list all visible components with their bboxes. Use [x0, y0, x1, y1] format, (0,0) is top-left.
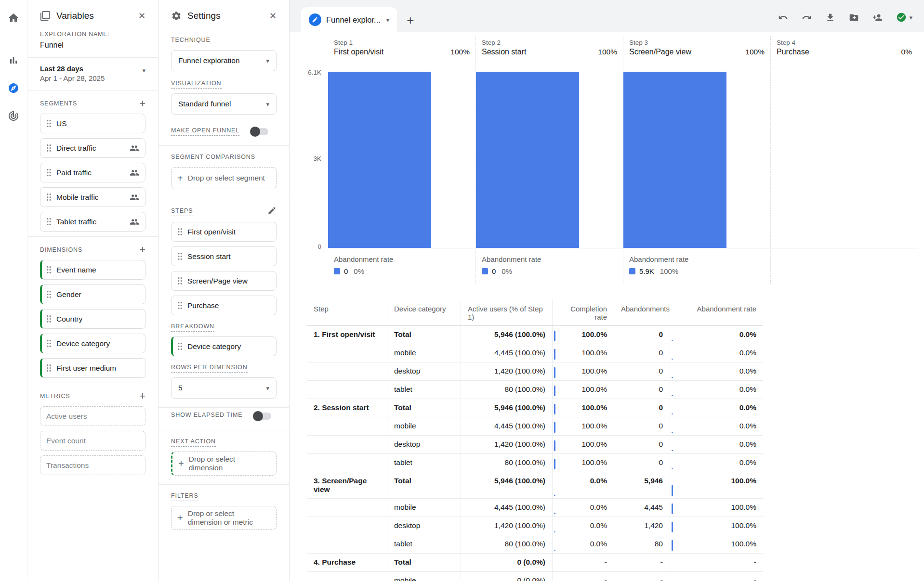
segment-chip[interactable]: US	[40, 114, 145, 133]
step-completion-pct: 0%	[901, 48, 912, 56]
step-chip[interactable]: Session start	[171, 246, 277, 266]
step-number: Step 1	[334, 39, 470, 46]
device-cell: tablet	[387, 535, 461, 553]
abandonment-rate-label: Abandonment rate	[629, 255, 765, 263]
undo-icon[interactable]	[778, 13, 788, 23]
table-row: mobile 4,445 (100.0%) 100.0% 0 0.0%	[307, 417, 763, 436]
drag-handle-icon[interactable]	[46, 290, 52, 298]
close-icon[interactable]: ✕	[269, 12, 277, 20]
divider	[27, 236, 158, 237]
new-tab-button[interactable]: +	[407, 14, 414, 26]
edit-steps-icon[interactable]	[267, 206, 277, 217]
drag-handle-icon[interactable]	[46, 218, 52, 226]
exploration-name-value[interactable]: Funnel	[40, 41, 145, 50]
dimension-chip[interactable]: Device category	[40, 334, 145, 353]
abandonments-cell: 0	[614, 417, 670, 435]
drag-handle-icon[interactable]	[46, 168, 52, 177]
home-icon[interactable]	[6, 11, 21, 25]
breakdown-chip-label: Device category	[187, 342, 270, 351]
device-cell: mobile	[387, 499, 461, 516]
drag-handle-icon[interactable]	[46, 119, 52, 128]
drag-handle-icon[interactable]	[46, 266, 52, 274]
y-tick-max: 6.1K	[308, 69, 321, 76]
drag-handle-icon[interactable]	[177, 342, 183, 350]
tab-pencil-icon	[309, 13, 321, 26]
drag-handle-icon[interactable]	[177, 277, 183, 285]
dimension-label: Country	[56, 315, 139, 323]
metric-chip[interactable]: Transactions	[40, 455, 145, 475]
breakdown-chip[interactable]: Device category	[171, 336, 277, 356]
technique-select[interactable]: Funnel exploration ▾	[171, 50, 277, 71]
open-funnel-toggle[interactable]	[250, 128, 268, 135]
active-users-cell: 5,946 (100.0%)	[461, 399, 552, 417]
device-cell: Total	[387, 472, 461, 498]
abandonments-cell: 4,445	[614, 499, 670, 516]
step-chip-label: First open/visit	[187, 228, 270, 236]
drag-handle-icon[interactable]	[46, 144, 52, 152]
funnel-bar[interactable]	[328, 72, 431, 248]
funnel-bar[interactable]	[623, 72, 726, 248]
metric-label: Active users	[46, 412, 139, 421]
drag-handle-icon[interactable]	[46, 339, 52, 348]
metric-chip[interactable]: Active users	[40, 406, 145, 426]
rows-per-dimension-select[interactable]: 5 ▾	[171, 377, 277, 399]
redo-icon[interactable]	[802, 13, 812, 23]
variables-icon	[40, 11, 51, 21]
abandonment-count: 5.9K	[639, 267, 654, 275]
funnel-bar[interactable]	[476, 72, 579, 248]
elapsed-time-toggle[interactable]	[253, 413, 271, 420]
saved-status-button[interactable]: ▾	[896, 12, 912, 23]
step-chip[interactable]: Screen/Page view	[171, 271, 277, 291]
device-cell: mobile	[387, 344, 461, 362]
next-action-dropzone[interactable]: + Drop or select dimension	[171, 452, 277, 476]
segment-chip[interactable]: Tablet traffic	[40, 212, 145, 232]
completion-rate-cell: 100.0%	[552, 436, 614, 453]
add-dimension-icon[interactable]: +	[139, 245, 145, 255]
completion-rate-cell: -	[552, 572, 614, 581]
dimension-chip[interactable]: Gender	[40, 284, 145, 304]
segment-dropzone[interactable]: + Drop or select segment	[171, 167, 277, 189]
step-chip[interactable]: First open/visit	[171, 222, 277, 242]
dimension-chip[interactable]: Country	[40, 309, 145, 329]
add-metric-icon[interactable]: +	[139, 391, 145, 401]
active-users-cell: 5,946 (100.0%)	[461, 326, 552, 344]
funnel-table: Step Device category Active users (% of …	[307, 300, 763, 581]
dimension-chip[interactable]: First user medium	[40, 358, 145, 378]
metric-chip[interactable]: Event count	[40, 431, 145, 451]
reports-icon[interactable]	[6, 53, 21, 67]
drag-handle-icon[interactable]	[177, 252, 183, 260]
step-chip[interactable]: Purchase	[171, 296, 277, 315]
add-segment-icon[interactable]: +	[139, 98, 145, 109]
filters-dropzone[interactable]: + Drop or select dimension or metric	[171, 506, 277, 530]
drag-handle-icon[interactable]	[46, 364, 52, 372]
table-row: mobile 4,445 (100.0%) 0.0% 4,445 100.0%	[307, 499, 763, 517]
abandonment-rate-cell: 100.0%	[670, 517, 763, 535]
step-cell	[307, 535, 387, 553]
close-icon[interactable]: ✕	[138, 12, 145, 20]
chevron-down-icon[interactable]: ▾	[386, 17, 390, 23]
drag-handle-icon[interactable]	[46, 193, 52, 201]
segment-chip[interactable]: Mobile traffic	[40, 187, 145, 207]
date-range-selector[interactable]: Last 28 days Apr 1 - Apr 28, 2025 ▾	[27, 58, 158, 90]
y-axis: 6.1K 3K 0	[290, 67, 324, 248]
explore-icon[interactable]	[6, 81, 21, 95]
drag-handle-icon[interactable]	[46, 315, 52, 323]
share-person-add-icon[interactable]	[872, 13, 883, 23]
visualization-select[interactable]: Standard funnel ▾	[171, 93, 277, 115]
step-chip-label: Screen/Page view	[187, 277, 270, 285]
tab-funnel-exploration[interactable]: Funnel explor... ▾	[301, 7, 397, 32]
segment-chip[interactable]: Paid traffic	[40, 163, 145, 182]
table-header-cell: Abandonment rate	[670, 300, 763, 325]
abandonments-cell: 0	[614, 399, 670, 417]
shared-people-icon	[130, 168, 139, 178]
drag-handle-icon[interactable]	[177, 301, 183, 310]
segment-chip[interactable]: Direct traffic	[40, 138, 145, 158]
advertising-icon[interactable]	[6, 109, 21, 123]
download-icon[interactable]	[825, 13, 835, 23]
step-name: Purchase	[777, 48, 901, 56]
active-users-cell: 5,946 (100.0%)	[461, 472, 552, 498]
dimension-chip[interactable]: Event name	[40, 260, 145, 280]
export-icon[interactable]	[849, 13, 859, 23]
drag-handle-icon[interactable]	[177, 228, 183, 236]
completion-rate-cell: 0.0%	[552, 472, 614, 498]
